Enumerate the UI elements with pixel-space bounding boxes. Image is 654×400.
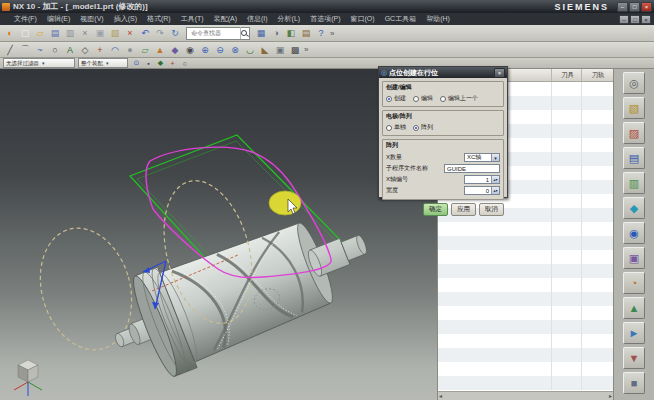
redo-icon[interactable]: ↷ <box>153 27 167 40</box>
hd3d-tool-icon[interactable]: ◆ <box>623 197 645 219</box>
menu-item[interactable]: 文件(F) <box>10 14 41 24</box>
selection-filter-dropdown[interactable]: 无选择过滤器 ▾ <box>3 58 75 68</box>
radio-edit[interactable]: 编辑 <box>413 94 433 103</box>
cut-icon[interactable]: × <box>78 27 92 40</box>
delete-icon[interactable]: × <box>123 27 137 40</box>
scroll-right-icon[interactable]: ▸ <box>609 393 612 399</box>
window-layout-icon[interactable]: ▦ <box>254 27 268 40</box>
menu-item[interactable]: 工具(T) <box>177 14 208 24</box>
help-icon[interactable]: ? <box>314 27 328 40</box>
web-browser-icon[interactable]: ◉ <box>623 222 645 244</box>
command-finder[interactable]: 命令查找器 <box>186 27 250 40</box>
child-restore-button[interactable]: □ <box>630 15 640 24</box>
extrude-icon[interactable]: ▲ <box>153 43 167 56</box>
line-icon[interactable]: ╱ <box>3 43 17 56</box>
table-row[interactable] <box>438 306 613 320</box>
endpoint-icon[interactable]: ▪ <box>143 59 154 68</box>
ok-button[interactable]: 确定 <box>423 203 448 216</box>
menu-item[interactable]: 视图(V) <box>76 14 107 24</box>
constraint-navigator-icon[interactable]: ▨ <box>623 122 645 144</box>
menu-item[interactable]: 窗口(O) <box>347 14 379 24</box>
column-header-tool[interactable]: 刀具 <box>552 69 582 81</box>
selection-scope-dropdown[interactable]: 整个装配 ▾ <box>78 58 128 68</box>
cancel-button[interactable]: 取消 <box>479 203 504 216</box>
table-row[interactable] <box>438 334 613 348</box>
table-row[interactable] <box>438 362 613 376</box>
new-file-icon[interactable]: ▢ <box>18 27 32 40</box>
axis-number-stepper[interactable]: 1 ▴▾ <box>464 175 500 184</box>
copy-icon[interactable]: ▣ <box>93 27 107 40</box>
text-icon[interactable]: A <box>63 43 77 56</box>
column-header-toolpath[interactable]: 刀轨 <box>582 69 612 81</box>
circle-icon[interactable]: ○ <box>48 43 62 56</box>
axis-dropdown[interactable]: XC轴 ▾ <box>464 153 500 162</box>
menu-item[interactable]: 插入(S) <box>110 14 141 24</box>
point-icon[interactable]: + <box>93 43 107 56</box>
menu-item[interactable]: 首选项(P) <box>306 14 344 24</box>
table-row[interactable] <box>438 236 613 250</box>
panel-scrollbar[interactable]: ◂ ▸ <box>438 391 613 400</box>
maximize-button[interactable]: □ <box>629 2 640 12</box>
table-row[interactable] <box>438 250 613 264</box>
snap-view-icon[interactable]: ▤ <box>299 27 313 40</box>
part-navigator-icon[interactable]: ▤ <box>623 147 645 169</box>
system-scene-icon[interactable]: ■ <box>623 372 645 394</box>
minimize-button[interactable]: – <box>617 2 628 12</box>
undo-icon[interactable]: ↶ <box>138 27 152 40</box>
snap-point-icon[interactable]: ⊙ <box>131 59 142 68</box>
start-menu-icon[interactable]: ◐ <box>3 27 17 40</box>
close-button[interactable]: × <box>641 2 652 12</box>
table-row[interactable] <box>438 292 613 306</box>
radio-edit-last[interactable]: 编辑上一个 <box>440 94 478 103</box>
paste-icon[interactable]: ▨ <box>108 27 122 40</box>
toolbar2-overflow-icon[interactable]: » <box>304 45 308 54</box>
radio-array[interactable]: 阵列 <box>413 123 433 132</box>
menu-item[interactable]: GC工具箱 <box>381 14 421 24</box>
menu-item[interactable]: 编辑(E) <box>43 14 74 24</box>
dialog-title-bar[interactable]: ◎ 点位创建在行位 × <box>379 67 507 78</box>
window-icon[interactable]: ▣ <box>623 247 645 269</box>
table-row[interactable] <box>438 278 613 292</box>
intersection-icon[interactable]: + <box>167 59 178 68</box>
datum-plane-icon[interactable]: ▱ <box>138 43 152 56</box>
radio-single[interactable]: 单独 <box>386 123 406 132</box>
center-icon[interactable]: ○ <box>179 59 190 68</box>
gear-icon[interactable]: ◎ <box>623 72 645 94</box>
blend-icon[interactable]: ◡ <box>243 43 257 56</box>
pattern-icon[interactable]: ▩ <box>288 43 302 56</box>
ellipse-icon[interactable]: ◇ <box>78 43 92 56</box>
unite-icon[interactable]: ⊕ <box>198 43 212 56</box>
midpoint-icon[interactable]: ◆ <box>155 59 166 68</box>
intersect-icon[interactable]: ⊗ <box>228 43 242 56</box>
table-row[interactable] <box>438 264 613 278</box>
roles-icon[interactable]: ▼ <box>623 347 645 369</box>
spline-icon[interactable]: ~ <box>33 43 47 56</box>
profile-icon[interactable]: ◠ <box>108 43 122 56</box>
child-minimize-button[interactable]: – <box>619 15 629 24</box>
hole-icon[interactable]: ◉ <box>183 43 197 56</box>
child-close-button[interactable]: × <box>641 15 651 24</box>
toolbar-overflow-icon[interactable]: » <box>330 29 334 38</box>
orient-view-icon[interactable]: ◧ <box>284 27 298 40</box>
palette-icon[interactable]: ▲ <box>623 297 645 319</box>
menu-item[interactable]: 信息(I) <box>243 14 272 24</box>
stepper-arrows-icon[interactable]: ▴▾ <box>491 187 499 194</box>
touch-mode-icon[interactable]: ► <box>623 322 645 344</box>
assembly-navigator-icon[interactable]: ▧ <box>623 97 645 119</box>
menu-item[interactable]: 装配(A) <box>210 14 241 24</box>
sphere-icon[interactable]: ● <box>123 43 137 56</box>
save-icon[interactable]: ▤ <box>48 27 62 40</box>
menu-item[interactable]: 格式(R) <box>143 14 175 24</box>
print-icon[interactable]: ▥ <box>63 27 77 40</box>
table-row[interactable] <box>438 348 613 362</box>
open-icon[interactable]: ▱ <box>33 27 47 40</box>
close-icon[interactable]: × <box>494 68 505 78</box>
stepper-arrows-icon[interactable]: ▴▾ <box>491 176 499 183</box>
reuse-library-icon[interactable]: ▥ <box>623 172 645 194</box>
filename-input[interactable]: GUIDE <box>444 164 500 173</box>
revolve-icon[interactable]: ◆ <box>168 43 182 56</box>
table-row[interactable] <box>438 320 613 334</box>
apply-button[interactable]: 应用 <box>451 203 476 216</box>
chamfer-icon[interactable]: ◣ <box>258 43 272 56</box>
graphics-viewport[interactable] <box>0 69 437 400</box>
